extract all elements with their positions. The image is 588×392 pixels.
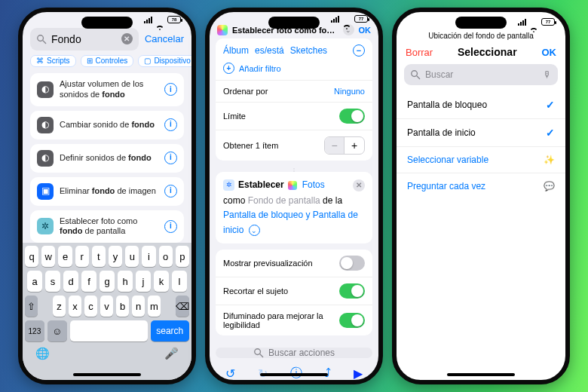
phone-search-actions: 78 Fondo ✕ Cancelar ⌘Scripts ⊞Controles … [18, 8, 196, 384]
wallpaper-target[interactable]: Pantalla de bloqueo y Pantalla de inicio [223, 210, 358, 234]
photos-variable[interactable]: Fotos [302, 178, 325, 192]
key-o[interactable]: o [159, 246, 173, 267]
home-indicator[interactable] [447, 373, 515, 376]
key-d[interactable]: d [63, 271, 78, 292]
wallpaper-slot[interactable]: Fondo de pantalla [248, 195, 320, 206]
notch [81, 17, 133, 29]
cancel-button[interactable]: Cancelar [145, 33, 184, 44]
chip-devices[interactable]: ▢Dispositivo [138, 55, 191, 67]
key-w[interactable]: w [41, 246, 55, 267]
add-filter-button[interactable]: + Añadir filtro [216, 60, 372, 80]
key-y[interactable]: y [109, 246, 122, 267]
list-item[interactable]: Pantalla de inicio ✓ [397, 119, 565, 147]
key-r[interactable]: r [75, 246, 89, 267]
done-button[interactable]: OK [359, 26, 372, 35]
filter-token[interactable]: es/está [255, 45, 284, 56]
set-wallpaper-action[interactable]: ✲ Establecer Fotos ✕ como Fondo de panta… [216, 172, 372, 243]
ask-each-time-button[interactable]: Preguntar cada vez 💬 [397, 173, 565, 199]
search-input[interactable]: Fondo ✕ [30, 28, 139, 51]
key-z[interactable]: z [53, 296, 66, 317]
chip-controls[interactable]: ⊞Controles [81, 55, 134, 67]
preview-toggle[interactable] [339, 256, 365, 271]
remove-filter-icon[interactable]: − [353, 44, 365, 57]
close-icon[interactable]: ✕ [353, 179, 365, 191]
count-stepper[interactable]: −+ [324, 136, 365, 155]
info-icon[interactable]: i [164, 152, 177, 164]
result-item[interactable]: ✲ Establecer foto como fondo de pantalla… [30, 210, 184, 243]
key-x[interactable]: x [69, 296, 81, 317]
svg-point-0 [38, 35, 44, 41]
globe-icon[interactable]: 🌐 [35, 347, 50, 360]
key-e[interactable]: e [58, 246, 72, 267]
search-actions-button[interactable]: Buscar acciones [216, 348, 372, 358]
ok-button[interactable]: OK [541, 47, 556, 58]
blur-toggle[interactable] [339, 313, 365, 328]
mic-icon[interactable]: 🎙 [543, 69, 552, 80]
result-item[interactable]: ◐ Ajustar volumen de los sonidos de fond… [30, 73, 184, 106]
result-item[interactable]: ▣ Eliminar fondo de imagen i [30, 177, 184, 206]
mic-icon[interactable]: 🎤 [164, 347, 179, 360]
phone-shortcut-editor: 77 Establecer foto como fondo… ⌄ OK Álbu… [205, 8, 383, 384]
key-h[interactable]: h [118, 271, 133, 292]
key-l[interactable]: l [172, 271, 187, 292]
filter-token[interactable]: Sketches [290, 45, 327, 56]
chip-scripts[interactable]: ⌘Scripts [30, 55, 76, 67]
key-b[interactable]: b [116, 296, 129, 317]
home-indicator[interactable] [73, 373, 141, 376]
key-j[interactable]: j [136, 271, 151, 292]
info-icon[interactable]: i [164, 220, 177, 233]
key-f[interactable]: f [81, 271, 96, 292]
get-item-row: Obtener 1 ítem −+ [216, 130, 372, 161]
result-item[interactable]: ◐ Cambiar sonido de fondo i [30, 111, 184, 139]
option-preview: Mostrar previsualización [216, 250, 372, 277]
numbers-key[interactable]: 123 [25, 320, 44, 341]
select-variable-button[interactable]: Seleccionar variable ✨ [397, 147, 565, 173]
expand-icon[interactable]: ⌄ [249, 225, 260, 236]
crop-toggle[interactable] [339, 283, 365, 299]
home-indicator[interactable] [260, 373, 328, 376]
clear-icon[interactable]: ✕ [121, 33, 133, 44]
result-label: Cambiar sonido de fondo [60, 120, 158, 130]
filter-token[interactable]: Álbum [223, 45, 249, 56]
key-i[interactable]: i [142, 246, 155, 267]
limit-row: Límite [216, 102, 372, 130]
play-icon[interactable]: ▶ [354, 366, 363, 381]
stepper-minus[interactable]: − [325, 137, 345, 154]
result-item[interactable]: ◐ Definir sonidos de fondo i [30, 144, 184, 173]
info-icon[interactable]: i [164, 185, 177, 198]
info-icon[interactable]: i [164, 118, 177, 131]
speech-bubble-icon: 💬 [544, 181, 555, 191]
undo-icon[interactable]: ↺ [225, 366, 235, 381]
connector-icon [210, 167, 378, 172]
key-g[interactable]: g [100, 271, 115, 292]
stepper-plus[interactable]: + [345, 137, 364, 154]
backspace-key[interactable]: ⌫ [176, 296, 189, 317]
key-m[interactable]: m [148, 296, 161, 317]
shift-key[interactable]: ⇧ [25, 296, 38, 317]
delete-button[interactable]: Borrar [406, 47, 433, 58]
key-a[interactable]: a [27, 271, 42, 292]
order-by-row[interactable]: Ordenar por Ninguno [216, 80, 372, 102]
key-p[interactable]: p [176, 246, 189, 267]
keyboard[interactable]: qwertyuiop asdfghjkl ⇧ zxcvbnm ⌫ 123 ☺ s… [23, 243, 191, 380]
checkmark-icon: ✓ [546, 127, 555, 139]
info-icon[interactable]: i [164, 83, 177, 96]
list-item[interactable]: Pantalla de bloqueo ✓ [397, 91, 565, 119]
search-input[interactable]: Buscar 🎙 [404, 64, 558, 85]
search-key[interactable]: search [151, 320, 190, 341]
key-k[interactable]: k [154, 271, 169, 292]
key-s[interactable]: s [45, 271, 60, 292]
result-label: Establecer foto como fondo de pantalla [60, 216, 158, 237]
emoji-key[interactable]: ☺ [47, 320, 67, 341]
limit-toggle[interactable] [339, 109, 365, 124]
space-key[interactable] [70, 320, 148, 341]
key-c[interactable]: c [84, 296, 97, 317]
key-q[interactable]: q [25, 246, 38, 267]
key-u[interactable]: u [125, 246, 139, 267]
key-v[interactable]: v [100, 296, 113, 317]
key-n[interactable]: n [132, 296, 145, 317]
wifi-icon [342, 16, 351, 23]
cellular-icon [518, 19, 526, 26]
key-t[interactable]: t [92, 246, 106, 267]
script-icon: ⌘ [36, 57, 44, 65]
